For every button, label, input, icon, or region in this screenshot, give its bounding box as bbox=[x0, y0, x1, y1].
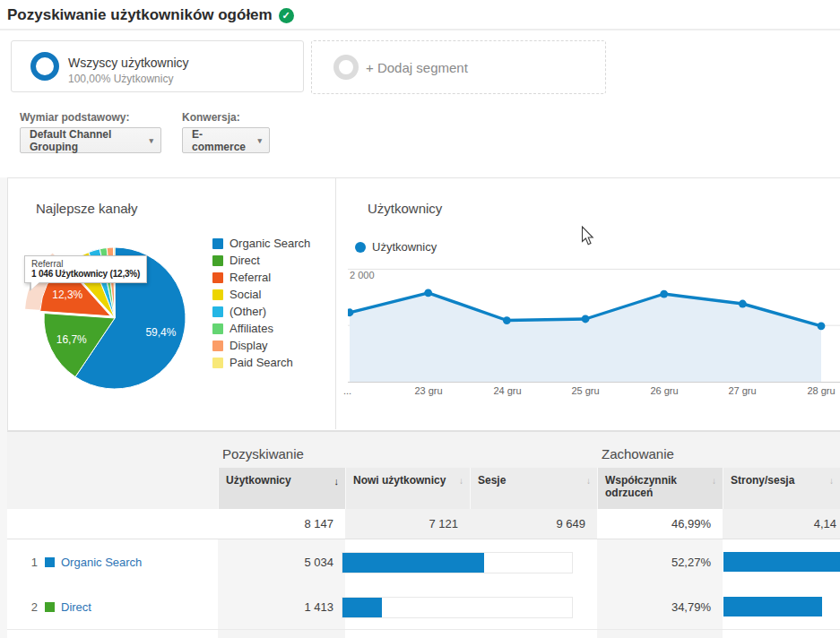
line-point[interactable] bbox=[660, 290, 668, 298]
legend-item--other-[interactable]: (Other) bbox=[212, 303, 310, 320]
cell-users bbox=[218, 630, 345, 638]
users-bar-track bbox=[342, 552, 573, 573]
sort-icon: ↓ bbox=[712, 475, 716, 487]
legend-label: Social bbox=[229, 288, 261, 301]
x-tick-label: 23 gru bbox=[402, 385, 455, 396]
verified-shield-icon: ✓ bbox=[279, 8, 294, 23]
table-row: 2 Direct 1 413 34,79% bbox=[7, 584, 840, 630]
header-divider bbox=[0, 29, 840, 30]
totals-users: 8 147 bbox=[218, 509, 345, 539]
channel-swatch bbox=[45, 602, 55, 612]
legend-swatch-icon bbox=[212, 323, 223, 334]
users-bar-track bbox=[342, 597, 573, 618]
mouse-cursor-icon bbox=[581, 226, 595, 246]
group-header-acquisition: Pozyskiwanie bbox=[222, 446, 304, 461]
panel-divider bbox=[335, 178, 336, 429]
bounce-bar bbox=[723, 597, 822, 616]
segment-card-all-users[interactable]: Wszyscy użytkownicy 100,00% Użytkownicy bbox=[11, 40, 304, 92]
legend-swatch-icon bbox=[212, 255, 223, 266]
legend-swatch-icon bbox=[212, 358, 223, 368]
sort-icon: ↓ bbox=[586, 475, 591, 487]
legend-label: Affiliates bbox=[229, 322, 273, 335]
pie-panel-title: Najlepsze kanały bbox=[36, 201, 137, 216]
segment-subtitle: 100,00% Użytkownicy bbox=[68, 73, 173, 85]
users-line-chart bbox=[348, 265, 840, 391]
row-rank: 2 bbox=[22, 584, 38, 629]
series-label: Użytkownicy bbox=[372, 240, 437, 254]
legend-item-social[interactable]: Social bbox=[212, 286, 310, 303]
totals-new-users: 7 121 bbox=[345, 509, 470, 539]
primary-dimension-value: Default Channel Grouping bbox=[30, 128, 138, 153]
add-segment-label: + Dodaj segment bbox=[366, 60, 468, 75]
line-point[interactable] bbox=[424, 289, 432, 297]
line-point[interactable] bbox=[739, 300, 747, 308]
column-header-new-users[interactable]: Nowi użytkownicy ↓ bbox=[345, 468, 470, 510]
channel-link-organic-search[interactable]: Organic Search bbox=[61, 539, 142, 584]
legend-item-display[interactable]: Display bbox=[212, 337, 310, 354]
column-header-pages-per-session[interactable]: Strony/sesja ↓ bbox=[723, 468, 840, 510]
table-totals-row: 8 147 7 121 9 649 46,99% 4,14 bbox=[7, 509, 840, 539]
channel-link-direct[interactable]: Direct bbox=[61, 584, 91, 629]
pie-slice-label: 12,3% bbox=[52, 289, 82, 301]
line-point[interactable] bbox=[582, 315, 590, 323]
legend-label: Organic Search bbox=[229, 237, 310, 250]
primary-dimension-dropdown[interactable]: Default Channel Grouping ▾ bbox=[20, 127, 161, 153]
legend-item-referral[interactable]: Referral bbox=[212, 269, 310, 286]
legend-item-organic-search[interactable]: Organic Search bbox=[212, 235, 310, 252]
add-segment-card[interactable]: + Dodaj segment bbox=[311, 40, 606, 94]
column-header-sessions[interactable]: Sesje ↓ bbox=[470, 468, 597, 510]
pie-tooltip: Referral 1 046 Użytkownicy (12,3%) bbox=[24, 255, 147, 283]
pie-legend: Organic SearchDirectReferralSocial(Other… bbox=[212, 235, 310, 371]
line-point[interactable] bbox=[503, 316, 511, 324]
pie-slice-label: 59,4% bbox=[145, 326, 176, 339]
sort-icon: ↓ bbox=[459, 475, 463, 487]
x-tick-label: 28 gru bbox=[794, 385, 840, 396]
legend-label: Referral bbox=[229, 271, 271, 284]
legend-label: Direct bbox=[229, 254, 260, 267]
line-chart-legend[interactable]: Użytkownicy bbox=[355, 240, 437, 254]
primary-dimension-label: Wymiar podstawowy: bbox=[20, 111, 129, 124]
segment-ring-icon bbox=[30, 52, 59, 81]
page-title: Pozyskiwanie użytkowników ogółem ✓ bbox=[7, 6, 294, 24]
table-row-partial bbox=[7, 630, 840, 638]
sort-icon: ↓ bbox=[829, 475, 834, 487]
table-row: 1 Organic Search 5 034 52,27% bbox=[7, 539, 840, 585]
page-title-text: Pozyskiwanie użytkowników ogółem bbox=[7, 6, 273, 24]
group-header-behavior: Zachowanie bbox=[602, 446, 674, 461]
legend-swatch-icon bbox=[212, 272, 223, 283]
cell-bounce-rate: 34,79% bbox=[597, 584, 723, 629]
legend-item-direct[interactable]: Direct bbox=[212, 252, 310, 269]
line-point[interactable] bbox=[818, 322, 826, 330]
x-tick-label: 25 gru bbox=[559, 385, 612, 396]
add-segment-ring-icon bbox=[333, 55, 359, 80]
pie-slice-label: 16,7% bbox=[56, 333, 87, 346]
cell-users: 5 034 bbox=[218, 539, 345, 584]
row-rank: 1 bbox=[22, 539, 38, 584]
conversion-dropdown[interactable]: E-commerce ▾ bbox=[182, 127, 270, 153]
legend-item-affiliates[interactable]: Affiliates bbox=[212, 320, 310, 337]
users-bar bbox=[342, 598, 382, 617]
x-tick-label: ... bbox=[343, 385, 370, 396]
users-bar bbox=[342, 553, 484, 573]
cell-bounce-rate: 52,27% bbox=[597, 539, 723, 584]
sort-descending-icon: ↓ bbox=[334, 475, 340, 487]
legend-label: (Other) bbox=[229, 305, 266, 318]
x-tick-label: 24 gru bbox=[481, 385, 534, 396]
cell-bounce-rate bbox=[597, 630, 723, 638]
legend-item-paid-search[interactable]: Paid Search bbox=[212, 354, 310, 371]
cell-users: 1 413 bbox=[218, 584, 345, 629]
table-header: Pozyskiwanie Zachowanie Użytkownicy ↓ No… bbox=[7, 431, 840, 510]
legend-swatch-icon bbox=[212, 238, 223, 249]
x-tick-label: 26 gru bbox=[637, 385, 691, 396]
segment-title: Wszyscy użytkownicy bbox=[68, 56, 189, 70]
bounce-bar bbox=[723, 552, 840, 572]
legend-swatch-icon bbox=[212, 289, 223, 300]
column-header-bounce-rate[interactable]: Współczynnik odrzuceń ↓ bbox=[597, 468, 723, 510]
legend-swatch-icon bbox=[212, 306, 223, 317]
totals-pages-per-session: 4,14 bbox=[723, 509, 840, 539]
legend-label: Display bbox=[229, 339, 268, 352]
totals-bounce-rate: 46,99% bbox=[597, 509, 723, 539]
series-dot-icon bbox=[355, 242, 366, 253]
totals-sessions: 9 649 bbox=[470, 509, 597, 539]
column-header-users[interactable]: Użytkownicy ↓ bbox=[218, 468, 345, 510]
